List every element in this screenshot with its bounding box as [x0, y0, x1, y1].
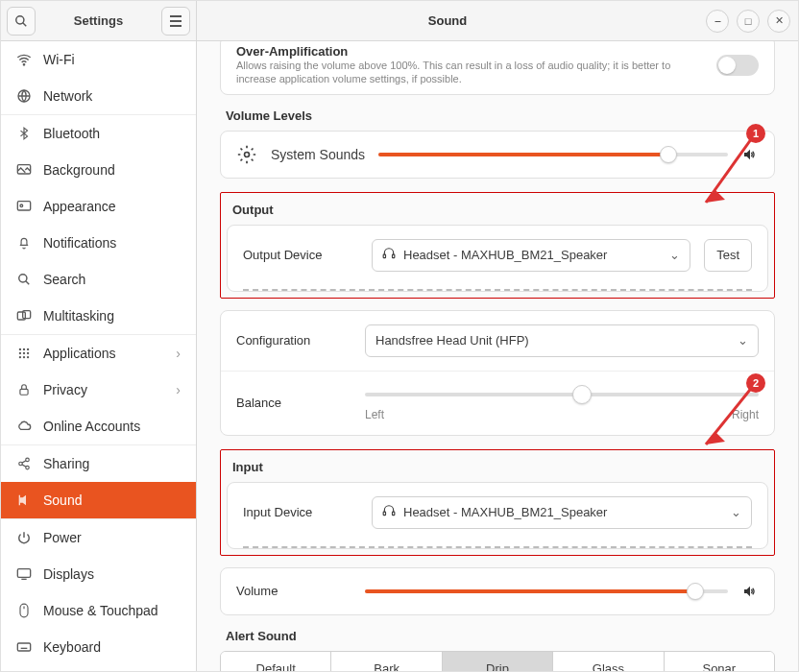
over-amplification-title: Over-Amplification: [236, 44, 701, 59]
sidebar-item-background[interactable]: Background: [1, 152, 196, 188]
alert-sound-segmented: DefaultBarkDripGlassSonar: [220, 651, 775, 671]
annotation-badge-1: 1: [746, 124, 765, 143]
system-sounds-row: System Sounds: [221, 132, 774, 178]
sidebar-item-label: Network: [43, 88, 92, 104]
power-icon: [16, 531, 32, 544]
sidebar-item-bluetooth[interactable]: Bluetooth: [1, 115, 196, 152]
alert-sound-option-sonar[interactable]: Sonar: [664, 652, 774, 671]
keyboard-icon: [16, 641, 32, 653]
over-amplification-row: Over-Amplification Allows raising the vo…: [220, 41, 775, 95]
balance-row: Balance Left Right: [221, 371, 774, 435]
multitask-icon: [16, 309, 32, 323]
share-icon: [16, 457, 32, 470]
output-device-select[interactable]: Headset - MAXHUB_BM21_Speaker ⌄: [372, 239, 690, 272]
svg-point-0: [16, 15, 24, 23]
hamburger-menu-button[interactable]: [161, 7, 190, 36]
output-title: Output: [232, 203, 763, 217]
input-device-select[interactable]: Headset - MAXHUB_BM21_Speaker ⌄: [372, 496, 752, 529]
alert-sound-option-drip[interactable]: Drip: [442, 652, 552, 671]
sidebar-item-power[interactable]: Power: [1, 519, 196, 556]
sound-icon: [16, 492, 32, 508]
system-sounds-slider[interactable]: [378, 145, 728, 164]
chevron-right-icon: ›: [176, 382, 181, 397]
svg-point-26: [26, 466, 30, 469]
input-device-row: Input Device Headset - MAXHUB_BM21_Speak…: [228, 483, 767, 542]
sidebar-item-multitasking[interactable]: Multitasking: [1, 298, 196, 334]
svg-rect-27: [17, 569, 30, 578]
titlebar: Settings Sound ‒ □ ✕: [1, 1, 798, 41]
svg-point-17: [19, 352, 21, 354]
close-button[interactable]: ✕: [767, 10, 790, 33]
sidebar-item-wifi[interactable]: Wi-Fi: [1, 41, 196, 78]
sidebar-item-label: Wi-Fi: [43, 52, 75, 67]
svg-point-25: [19, 462, 23, 466]
display-icon: [16, 567, 32, 581]
input-device-value: Headset - MAXHUB_BM21_Speaker: [403, 505, 607, 519]
alert-sound-option-bark[interactable]: Bark: [330, 652, 441, 671]
minimize-button[interactable]: ‒: [706, 10, 729, 33]
sidebar-item-appearance[interactable]: Appearance: [1, 188, 196, 225]
svg-point-16: [27, 348, 29, 350]
svg-rect-40: [383, 512, 385, 516]
sidebar-item-label: Mouse & Touchpad: [43, 603, 158, 618]
mouse-icon: [16, 603, 32, 618]
volume-levels-title: Volume Levels: [226, 108, 769, 123]
lock-icon: [16, 382, 32, 397]
test-button[interactable]: Test: [704, 239, 752, 272]
svg-rect-38: [383, 254, 385, 258]
speaker-icon[interactable]: [741, 147, 759, 162]
sidebar-item-label: Privacy: [43, 382, 87, 397]
sidebar-item-mouse-touchpad[interactable]: Mouse & Touchpad: [1, 592, 196, 629]
svg-rect-39: [393, 254, 395, 258]
sidebar-item-displays[interactable]: Displays: [1, 556, 196, 592]
sidebar-item-keyboard[interactable]: Keyboard: [1, 629, 196, 665]
svg-point-21: [23, 356, 25, 358]
balance-left-label: Left: [365, 408, 384, 421]
headset-icon: [382, 247, 396, 263]
sidebar-item-privacy[interactable]: Privacy›: [1, 372, 196, 408]
svg-rect-29: [20, 604, 28, 617]
sidebar-item-search[interactable]: Search: [1, 261, 196, 298]
alert-sound-option-glass[interactable]: Glass: [552, 652, 663, 671]
system-sounds-label: System Sounds: [271, 147, 365, 162]
chevron-right-icon: ›: [176, 346, 181, 361]
minimize-icon: ‒: [714, 14, 721, 27]
alert-sound-title: Alert Sound: [226, 629, 769, 643]
svg-point-37: [245, 152, 250, 156]
svg-point-18: [23, 352, 25, 354]
input-indicator: [243, 546, 752, 548]
svg-point-15: [23, 348, 25, 350]
svg-rect-23: [20, 389, 28, 395]
svg-point-20: [19, 356, 21, 358]
svg-point-19: [27, 352, 29, 354]
hamburger-icon: [169, 15, 182, 27]
sidebar-item-label: Online Accounts: [43, 419, 140, 434]
input-volume-row: Volume: [221, 568, 774, 614]
configuration-row: Configuration Handsfree Head Unit (HFP) …: [221, 311, 774, 371]
appearance-icon: [16, 200, 32, 213]
sidebar-item-online-accounts[interactable]: Online Accounts: [1, 408, 196, 444]
sidebar-item-network[interactable]: Network: [1, 78, 196, 114]
speaker-icon[interactable]: [741, 584, 759, 599]
sidebar-item-sharing[interactable]: Sharing: [1, 445, 196, 482]
input-volume-label: Volume: [236, 584, 351, 598]
sidebar-item-notifications[interactable]: Notifications: [1, 225, 196, 261]
balance-slider[interactable]: [365, 385, 759, 404]
configuration-select[interactable]: Handsfree Head Unit (HFP) ⌄: [365, 324, 759, 357]
alert-sound-option-default[interactable]: Default: [221, 652, 330, 671]
svg-rect-31: [17, 643, 30, 651]
search-icon: [14, 14, 28, 28]
search-button[interactable]: [7, 7, 36, 36]
over-amplification-toggle[interactable]: [716, 55, 759, 76]
output-device-label: Output Device: [243, 248, 358, 262]
sidebar-item-sound[interactable]: Sound: [1, 482, 196, 518]
background-icon: [16, 163, 32, 177]
input-volume-slider[interactable]: [365, 582, 728, 601]
wifi-icon: [16, 52, 32, 67]
sidebar-item-applications[interactable]: Applications›: [1, 335, 196, 372]
apps-icon: [16, 347, 32, 360]
maximize-button[interactable]: □: [737, 10, 760, 33]
close-icon: ✕: [775, 14, 784, 27]
sidebar-item-label: Background: [43, 162, 115, 178]
volume-levels-section: System Sounds: [220, 131, 775, 179]
